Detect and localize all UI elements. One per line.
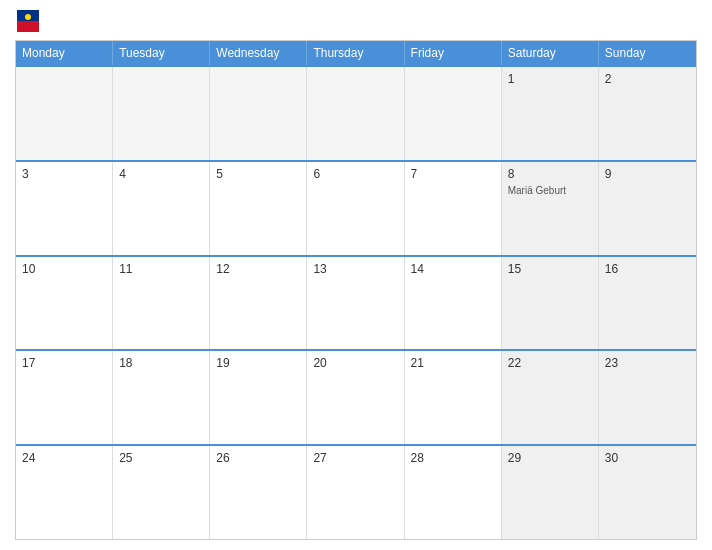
calendar-cell: 12 <box>210 257 307 350</box>
day-number: 3 <box>22 167 106 181</box>
calendar-cell: 26 <box>210 446 307 539</box>
svg-rect-1 <box>17 21 39 32</box>
day-number: 29 <box>508 451 592 465</box>
header-day-sunday: Sunday <box>599 41 696 65</box>
calendar-cell <box>405 67 502 160</box>
calendar-cell: 28 <box>405 446 502 539</box>
svg-point-2 <box>25 14 31 20</box>
header <box>15 10 697 32</box>
calendar-cell: 19 <box>210 351 307 444</box>
day-number: 24 <box>22 451 106 465</box>
day-number: 13 <box>313 262 397 276</box>
header-day-saturday: Saturday <box>502 41 599 65</box>
day-number: 30 <box>605 451 690 465</box>
day-number: 12 <box>216 262 300 276</box>
day-number: 9 <box>605 167 690 181</box>
calendar-cell: 13 <box>307 257 404 350</box>
day-number: 21 <box>411 356 495 370</box>
calendar-cell: 10 <box>16 257 113 350</box>
day-number: 23 <box>605 356 690 370</box>
calendar-cell: 7 <box>405 162 502 255</box>
day-number: 16 <box>605 262 690 276</box>
logo <box>15 10 39 32</box>
calendar-cell: 25 <box>113 446 210 539</box>
day-number: 4 <box>119 167 203 181</box>
calendar-cell: 15 <box>502 257 599 350</box>
calendar-cell <box>113 67 210 160</box>
calendar-cell <box>210 67 307 160</box>
calendar-cell: 17 <box>16 351 113 444</box>
calendar-header: MondayTuesdayWednesdayThursdayFridaySatu… <box>16 41 696 65</box>
calendar-cell: 2 <box>599 67 696 160</box>
calendar-cell: 9 <box>599 162 696 255</box>
day-number: 14 <box>411 262 495 276</box>
calendar-cell: 24 <box>16 446 113 539</box>
day-number: 17 <box>22 356 106 370</box>
day-number: 1 <box>508 72 592 86</box>
calendar-page: MondayTuesdayWednesdayThursdayFridaySatu… <box>0 0 712 550</box>
calendar-cell <box>16 67 113 160</box>
calendar-cell: 11 <box>113 257 210 350</box>
calendar-body: 12345678Mariä Geburt91011121314151617181… <box>16 65 696 539</box>
day-number: 27 <box>313 451 397 465</box>
header-day-thursday: Thursday <box>307 41 404 65</box>
header-day-wednesday: Wednesday <box>210 41 307 65</box>
day-number: 8 <box>508 167 592 181</box>
day-number: 18 <box>119 356 203 370</box>
header-day-friday: Friday <box>405 41 502 65</box>
calendar-cell: 14 <box>405 257 502 350</box>
day-number: 6 <box>313 167 397 181</box>
day-number: 11 <box>119 262 203 276</box>
calendar-cell <box>307 67 404 160</box>
calendar: MondayTuesdayWednesdayThursdayFridaySatu… <box>15 40 697 540</box>
day-number: 28 <box>411 451 495 465</box>
event-label: Mariä Geburt <box>508 185 592 196</box>
calendar-cell: 6 <box>307 162 404 255</box>
calendar-cell: 27 <box>307 446 404 539</box>
calendar-cell: 18 <box>113 351 210 444</box>
calendar-cell: 1 <box>502 67 599 160</box>
day-number: 10 <box>22 262 106 276</box>
calendar-cell: 8Mariä Geburt <box>502 162 599 255</box>
calendar-row-4: 17181920212223 <box>16 349 696 444</box>
day-number: 5 <box>216 167 300 181</box>
header-day-monday: Monday <box>16 41 113 65</box>
day-number: 26 <box>216 451 300 465</box>
calendar-cell: 20 <box>307 351 404 444</box>
calendar-row-2: 345678Mariä Geburt9 <box>16 160 696 255</box>
day-number: 25 <box>119 451 203 465</box>
day-number: 19 <box>216 356 300 370</box>
calendar-cell: 5 <box>210 162 307 255</box>
calendar-cell: 16 <box>599 257 696 350</box>
day-number: 2 <box>605 72 690 86</box>
day-number: 20 <box>313 356 397 370</box>
day-number: 22 <box>508 356 592 370</box>
calendar-cell: 29 <box>502 446 599 539</box>
day-number: 15 <box>508 262 592 276</box>
calendar-cell: 22 <box>502 351 599 444</box>
calendar-cell: 4 <box>113 162 210 255</box>
calendar-row-3: 10111213141516 <box>16 255 696 350</box>
logo-flag-icon <box>17 10 39 32</box>
calendar-cell: 30 <box>599 446 696 539</box>
calendar-cell: 23 <box>599 351 696 444</box>
day-number: 7 <box>411 167 495 181</box>
header-day-tuesday: Tuesday <box>113 41 210 65</box>
calendar-cell: 21 <box>405 351 502 444</box>
calendar-row-1: 12 <box>16 65 696 160</box>
calendar-row-5: 24252627282930 <box>16 444 696 539</box>
calendar-cell: 3 <box>16 162 113 255</box>
